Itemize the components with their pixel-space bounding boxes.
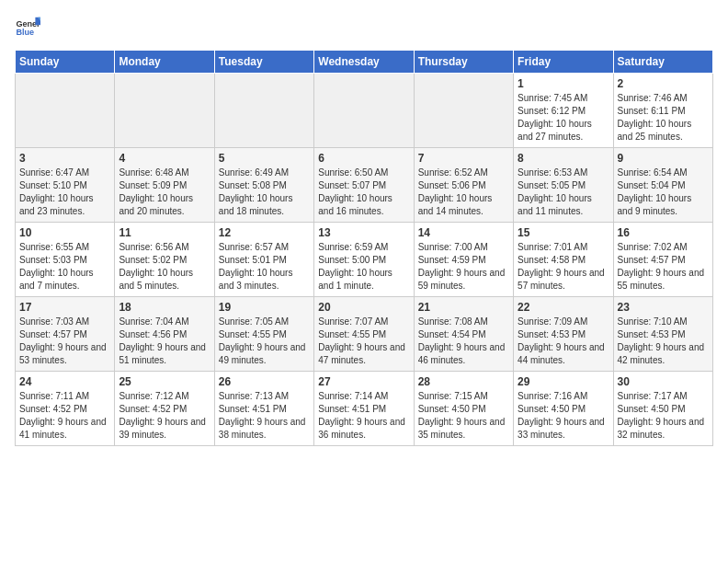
calendar-cell: 11Sunrise: 6:56 AMSunset: 5:02 PMDayligh… bbox=[115, 223, 214, 297]
header-sunday: Sunday bbox=[16, 51, 115, 74]
day-info: Sunrise: 6:53 AMSunset: 5:05 PMDaylight:… bbox=[518, 167, 609, 218]
day-number: 4 bbox=[119, 152, 210, 165]
day-info: Sunrise: 7:08 AMSunset: 4:54 PMDaylight:… bbox=[418, 316, 509, 367]
day-info: Sunrise: 7:07 AMSunset: 4:55 PMDaylight:… bbox=[318, 316, 409, 367]
week-row-2: 3Sunrise: 6:47 AMSunset: 5:10 PMDaylight… bbox=[16, 148, 713, 223]
day-number: 24 bbox=[19, 375, 110, 388]
day-info: Sunrise: 7:14 AMSunset: 4:51 PMDaylight:… bbox=[318, 390, 409, 442]
day-info: Sunrise: 6:49 AMSunset: 5:08 PMDaylight:… bbox=[219, 167, 310, 218]
day-info: Sunrise: 6:48 AMSunset: 5:09 PMDaylight:… bbox=[119, 167, 210, 218]
day-info: Sunrise: 7:12 AMSunset: 4:52 PMDaylight:… bbox=[119, 390, 210, 442]
day-number: 26 bbox=[219, 375, 310, 388]
day-number: 30 bbox=[618, 375, 709, 388]
day-number: 17 bbox=[19, 301, 110, 314]
day-info: Sunrise: 7:15 AMSunset: 4:50 PMDaylight:… bbox=[418, 390, 509, 442]
day-info: Sunrise: 7:09 AMSunset: 4:53 PMDaylight:… bbox=[518, 316, 609, 367]
day-number: 5 bbox=[219, 152, 310, 165]
calendar-cell: 10Sunrise: 6:55 AMSunset: 5:03 PMDayligh… bbox=[16, 223, 115, 297]
day-info: Sunrise: 7:45 AMSunset: 6:12 PMDaylight:… bbox=[518, 92, 609, 144]
calendar-cell: 30Sunrise: 7:17 AMSunset: 4:50 PMDayligh… bbox=[613, 372, 712, 446]
header-tuesday: Tuesday bbox=[214, 51, 313, 74]
calendar-cell: 29Sunrise: 7:16 AMSunset: 4:50 PMDayligh… bbox=[514, 372, 613, 446]
day-number: 15 bbox=[518, 226, 609, 239]
header-monday: Monday bbox=[115, 51, 214, 74]
page-header: General Blue bbox=[15, 15, 713, 40]
calendar-cell: 27Sunrise: 7:14 AMSunset: 4:51 PMDayligh… bbox=[314, 372, 414, 446]
calendar-cell: 17Sunrise: 7:03 AMSunset: 4:57 PMDayligh… bbox=[16, 297, 115, 372]
day-info: Sunrise: 6:52 AMSunset: 5:06 PMDaylight:… bbox=[418, 167, 509, 218]
day-number: 3 bbox=[19, 152, 110, 165]
header-thursday: Thursday bbox=[414, 51, 513, 74]
day-info: Sunrise: 7:13 AMSunset: 4:51 PMDaylight:… bbox=[219, 390, 310, 442]
day-info: Sunrise: 7:16 AMSunset: 4:50 PMDaylight:… bbox=[518, 390, 609, 442]
day-number: 28 bbox=[418, 375, 509, 388]
day-number: 21 bbox=[418, 301, 509, 314]
day-info: Sunrise: 7:03 AMSunset: 4:57 PMDaylight:… bbox=[19, 316, 110, 367]
day-number: 16 bbox=[618, 226, 709, 239]
calendar-table: SundayMondayTuesdayWednesdayThursdayFrid… bbox=[15, 50, 713, 446]
calendar-cell: 24Sunrise: 7:11 AMSunset: 4:52 PMDayligh… bbox=[16, 372, 115, 446]
day-info: Sunrise: 6:54 AMSunset: 5:04 PMDaylight:… bbox=[618, 167, 709, 218]
calendar-cell: 23Sunrise: 7:10 AMSunset: 4:53 PMDayligh… bbox=[613, 297, 712, 372]
day-info: Sunrise: 6:47 AMSunset: 5:10 PMDaylight:… bbox=[19, 167, 110, 218]
logo-icon: General Blue bbox=[15, 15, 40, 40]
calendar-cell: 2Sunrise: 7:46 AMSunset: 6:11 PMDaylight… bbox=[613, 74, 712, 148]
day-info: Sunrise: 7:11 AMSunset: 4:52 PMDaylight:… bbox=[19, 390, 110, 442]
calendar-cell: 26Sunrise: 7:13 AMSunset: 4:51 PMDayligh… bbox=[214, 372, 313, 446]
day-info: Sunrise: 7:02 AMSunset: 4:57 PMDaylight:… bbox=[618, 241, 709, 293]
calendar-cell: 6Sunrise: 6:50 AMSunset: 5:07 PMDaylight… bbox=[314, 148, 414, 223]
day-number: 12 bbox=[219, 226, 310, 239]
week-row-3: 10Sunrise: 6:55 AMSunset: 5:03 PMDayligh… bbox=[16, 223, 713, 297]
header-wednesday: Wednesday bbox=[314, 51, 414, 74]
day-info: Sunrise: 7:01 AMSunset: 4:58 PMDaylight:… bbox=[518, 241, 609, 293]
calendar-cell: 7Sunrise: 6:52 AMSunset: 5:06 PMDaylight… bbox=[414, 148, 513, 223]
day-number: 20 bbox=[318, 301, 409, 314]
day-number: 13 bbox=[318, 226, 409, 239]
calendar-cell: 16Sunrise: 7:02 AMSunset: 4:57 PMDayligh… bbox=[613, 223, 712, 297]
calendar-cell: 25Sunrise: 7:12 AMSunset: 4:52 PMDayligh… bbox=[115, 372, 214, 446]
calendar-cell: 5Sunrise: 6:49 AMSunset: 5:08 PMDaylight… bbox=[214, 148, 313, 223]
day-info: Sunrise: 7:10 AMSunset: 4:53 PMDaylight:… bbox=[618, 316, 709, 367]
day-number: 7 bbox=[418, 152, 509, 165]
day-number: 11 bbox=[119, 226, 210, 239]
calendar-cell: 13Sunrise: 6:59 AMSunset: 5:00 PMDayligh… bbox=[314, 223, 414, 297]
day-number: 29 bbox=[518, 375, 609, 388]
day-info: Sunrise: 7:04 AMSunset: 4:56 PMDaylight:… bbox=[119, 316, 210, 367]
day-number: 6 bbox=[318, 152, 409, 165]
day-info: Sunrise: 7:46 AMSunset: 6:11 PMDaylight:… bbox=[618, 92, 709, 144]
day-number: 10 bbox=[19, 226, 110, 239]
calendar-cell: 28Sunrise: 7:15 AMSunset: 4:50 PMDayligh… bbox=[414, 372, 513, 446]
day-info: Sunrise: 6:57 AMSunset: 5:01 PMDaylight:… bbox=[219, 241, 310, 293]
day-number: 25 bbox=[119, 375, 210, 388]
day-number: 22 bbox=[518, 301, 609, 314]
day-number: 18 bbox=[119, 301, 210, 314]
calendar-header-row: SundayMondayTuesdayWednesdayThursdayFrid… bbox=[16, 51, 713, 74]
day-number: 8 bbox=[518, 152, 609, 165]
day-info: Sunrise: 6:50 AMSunset: 5:07 PMDaylight:… bbox=[318, 167, 409, 218]
calendar-cell: 4Sunrise: 6:48 AMSunset: 5:09 PMDaylight… bbox=[115, 148, 214, 223]
calendar-cell: 12Sunrise: 6:57 AMSunset: 5:01 PMDayligh… bbox=[214, 223, 313, 297]
day-info: Sunrise: 7:05 AMSunset: 4:55 PMDaylight:… bbox=[219, 316, 310, 367]
day-info: Sunrise: 6:56 AMSunset: 5:02 PMDaylight:… bbox=[119, 241, 210, 293]
calendar-cell: 20Sunrise: 7:07 AMSunset: 4:55 PMDayligh… bbox=[314, 297, 414, 372]
day-info: Sunrise: 7:17 AMSunset: 4:50 PMDaylight:… bbox=[618, 390, 709, 442]
header-saturday: Saturday bbox=[613, 51, 712, 74]
week-row-5: 24Sunrise: 7:11 AMSunset: 4:52 PMDayligh… bbox=[16, 372, 713, 446]
day-number: 2 bbox=[618, 77, 709, 90]
day-info: Sunrise: 6:59 AMSunset: 5:00 PMDaylight:… bbox=[318, 241, 409, 293]
day-info: Sunrise: 6:55 AMSunset: 5:03 PMDaylight:… bbox=[19, 241, 110, 293]
calendar-cell: 22Sunrise: 7:09 AMSunset: 4:53 PMDayligh… bbox=[514, 297, 613, 372]
calendar-cell bbox=[115, 74, 214, 148]
calendar-cell: 14Sunrise: 7:00 AMSunset: 4:59 PMDayligh… bbox=[414, 223, 513, 297]
calendar-cell: 21Sunrise: 7:08 AMSunset: 4:54 PMDayligh… bbox=[414, 297, 513, 372]
calendar-cell: 18Sunrise: 7:04 AMSunset: 4:56 PMDayligh… bbox=[115, 297, 214, 372]
calendar-cell: 19Sunrise: 7:05 AMSunset: 4:55 PMDayligh… bbox=[214, 297, 313, 372]
logo: General Blue bbox=[15, 15, 40, 40]
day-number: 19 bbox=[219, 301, 310, 314]
calendar-cell: 8Sunrise: 6:53 AMSunset: 5:05 PMDaylight… bbox=[514, 148, 613, 223]
day-number: 23 bbox=[618, 301, 709, 314]
week-row-4: 17Sunrise: 7:03 AMSunset: 4:57 PMDayligh… bbox=[16, 297, 713, 372]
calendar-cell bbox=[16, 74, 115, 148]
calendar-cell: 3Sunrise: 6:47 AMSunset: 5:10 PMDaylight… bbox=[16, 148, 115, 223]
svg-text:Blue: Blue bbox=[16, 28, 34, 37]
